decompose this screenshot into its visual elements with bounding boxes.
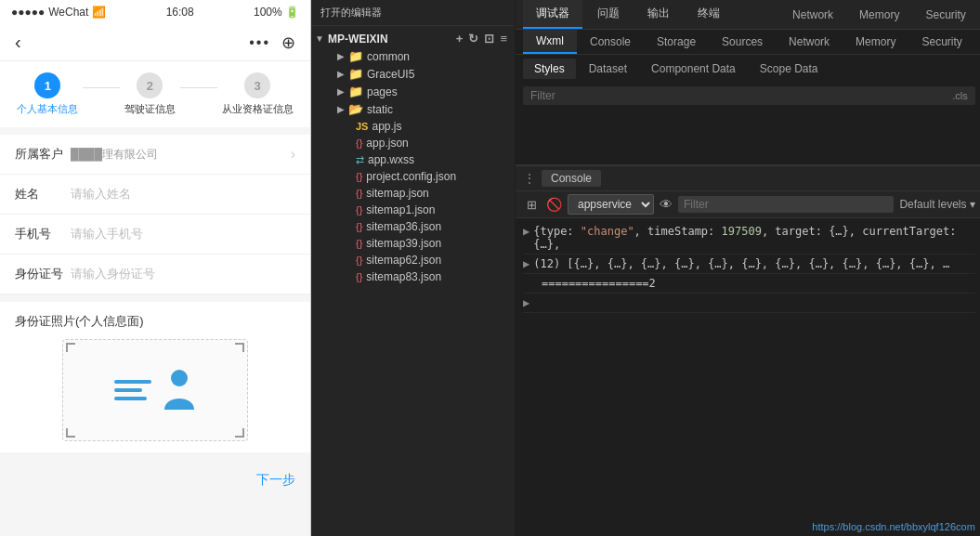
file-name-sitemap36: sitemap36.json bbox=[366, 220, 441, 233]
default-levels[interactable]: Default levels ▾ bbox=[899, 198, 974, 211]
console-filter-input[interactable] bbox=[678, 196, 894, 213]
id-input[interactable]: 请输入身份证号 bbox=[71, 266, 295, 282]
file-appwxss[interactable]: ⇄ app.wxss bbox=[311, 151, 515, 168]
nav-icons: ••• ⊕ bbox=[249, 33, 295, 53]
add-icon[interactable]: + bbox=[456, 32, 464, 46]
expand-icon-2[interactable]: ▶ bbox=[523, 257, 529, 270]
next-button[interactable]: 下一步 bbox=[256, 472, 295, 487]
id-photo-box[interactable] bbox=[62, 339, 248, 441]
folder-static[interactable]: ▶ 📂 static bbox=[311, 100, 515, 118]
folder-name-2: GraceUI5 bbox=[367, 68, 414, 81]
name-row: 姓名 请输入姓名 bbox=[0, 175, 310, 215]
styles-area: Styles Dataset Component Data Scope Data… bbox=[516, 55, 980, 165]
cls-button[interactable]: .cls bbox=[952, 90, 968, 101]
tab-network-2[interactable]: Network bbox=[776, 31, 843, 53]
tab-storage[interactable]: Storage bbox=[644, 31, 709, 53]
id-photo-section: 身份证照片(个人信息面) bbox=[0, 302, 310, 452]
styles-content bbox=[516, 109, 980, 164]
customer-label: 所属客户 bbox=[15, 146, 63, 163]
name-input[interactable]: 请输入姓名 bbox=[71, 186, 295, 203]
wifi-icon: 📶 bbox=[92, 6, 106, 19]
folder-icon-4: 📂 bbox=[348, 102, 363, 116]
file-sitemap62[interactable]: {} sitemap62.json bbox=[311, 252, 515, 268]
file-name-appjs: app.js bbox=[372, 120, 401, 133]
tab-security-2[interactable]: Security bbox=[908, 31, 974, 53]
phone-label: 手机号 bbox=[15, 226, 71, 242]
file-name-sitemap83: sitemap83.json bbox=[366, 270, 441, 283]
console-header: ⋮ Console bbox=[516, 166, 980, 191]
appservice-select[interactable]: appservice bbox=[568, 194, 654, 215]
header-label: 打开的编辑器 bbox=[320, 6, 382, 20]
tab-debugger[interactable]: 调试器 bbox=[523, 0, 582, 29]
filter-input[interactable] bbox=[530, 89, 952, 102]
folder-graceui5[interactable]: ▶ 📁 GraceUI5 bbox=[311, 65, 515, 83]
toolbar-grid-icon[interactable]: ⊞ bbox=[523, 196, 540, 213]
file-appjs[interactable]: JS app.js bbox=[311, 118, 515, 135]
expand-icon-4[interactable]: ▶ bbox=[523, 296, 529, 309]
devtools-main: Styles Dataset Component Data Scope Data… bbox=[516, 55, 980, 536]
console-text-1: {type: "change", timeStamp: 197509, targ… bbox=[533, 225, 975, 251]
js-icon: JS bbox=[356, 121, 368, 132]
tab-memory-2[interactable]: Memory bbox=[843, 31, 908, 53]
phone-input[interactable]: 请输入手机号 bbox=[71, 226, 295, 242]
tab-scope-data[interactable]: Scope Data bbox=[749, 59, 830, 79]
step-label-3: 从业资格证信息 bbox=[222, 102, 294, 116]
customer-row[interactable]: 所属客户 ████理有限公司 › bbox=[0, 135, 310, 175]
step-label-1: 个人基本信息 bbox=[17, 102, 78, 116]
file-appjson[interactable]: {} app.json bbox=[311, 135, 515, 151]
root-arrow: ▼ bbox=[315, 33, 324, 44]
phone-row: 手机号 请输入手机号 bbox=[0, 215, 310, 255]
customer-value: ████理有限公司 bbox=[71, 147, 291, 163]
tab-security[interactable]: Security bbox=[916, 3, 974, 27]
collapse-icon[interactable]: ⊡ bbox=[484, 32, 494, 46]
folder-common[interactable]: ▶ 📁 common bbox=[311, 47, 515, 65]
battery-icon: 🔋 bbox=[285, 6, 299, 19]
clock: 16:08 bbox=[166, 6, 194, 19]
expand-icon-1[interactable]: ▶ bbox=[523, 225, 529, 238]
folder-name: common bbox=[367, 50, 410, 63]
step-3: 3 从业资格证信息 bbox=[222, 72, 294, 116]
devtools-right-tabs: Network Memory Security bbox=[783, 3, 975, 27]
file-name-sitemap: sitemap.json bbox=[366, 187, 428, 200]
id-line-2 bbox=[114, 388, 142, 392]
form-section: 所属客户 ████理有限公司 › 姓名 请输入姓名 手机号 请输入手机号 身份证… bbox=[0, 135, 310, 294]
refresh-icon[interactable]: ↻ bbox=[468, 32, 478, 46]
file-name-sitemap1: sitemap1.json bbox=[366, 203, 435, 216]
action-icon[interactable]: ⊕ bbox=[281, 33, 295, 53]
devtools-panel: 调试器 问题 输出 终端 Network Memory Security Wxm… bbox=[516, 0, 980, 536]
tab-terminal[interactable]: 终端 bbox=[685, 0, 733, 29]
file-projectconfig[interactable]: {} project.config.json bbox=[311, 168, 515, 185]
file-tree-root[interactable]: ▼ MP-WEIXIN + ↻ ⊡ ≡ bbox=[311, 30, 515, 47]
file-sitemap39[interactable]: {} sitemap39.json bbox=[311, 235, 515, 252]
console-menu-icon[interactable]: ⋮ bbox=[523, 171, 536, 186]
tab-component-data[interactable]: Component Data bbox=[640, 59, 747, 79]
file-sitemap[interactable]: {} sitemap.json bbox=[311, 185, 515, 202]
menu-icon[interactable]: ≡ bbox=[500, 32, 507, 46]
toolbar-clear-icon[interactable]: 🚫 bbox=[545, 196, 562, 213]
filter-bar: .cls bbox=[523, 86, 975, 105]
back-button[interactable]: ‹ bbox=[15, 32, 21, 53]
file-panel: 打开的编辑器 ▼ MP-WEIXIN + ↻ ⊡ ≡ ▶ 📁 common ▶ … bbox=[311, 0, 516, 536]
tab-problems[interactable]: 问题 bbox=[584, 0, 633, 29]
console-text-3: ================2 bbox=[542, 277, 656, 290]
tab-styles[interactable]: Styles bbox=[523, 59, 576, 79]
tab-output[interactable]: 输出 bbox=[634, 0, 683, 29]
svg-point-0 bbox=[171, 370, 188, 386]
file-name-sitemap62: sitemap62.json bbox=[366, 254, 441, 267]
console-line-1: ▶ {type: "change", timeStamp: 197509, ta… bbox=[523, 222, 975, 255]
more-icon[interactable]: ••• bbox=[249, 34, 270, 51]
tab-memory[interactable]: Memory bbox=[850, 3, 908, 27]
console-text-2: (12) [{…}, {…}, {…}, {…}, {…}, {…}, {…},… bbox=[533, 257, 949, 270]
folder-arrow-4: ▶ bbox=[337, 104, 345, 114]
folder-pages[interactable]: ▶ 📁 pages bbox=[311, 83, 515, 100]
tab-dataset[interactable]: Dataset bbox=[578, 59, 638, 79]
file-sitemap83[interactable]: {} sitemap83.json bbox=[311, 268, 515, 285]
console-line-2: ▶ (12) [{…}, {…}, {…}, {…}, {…}, {…}, {…… bbox=[523, 255, 975, 274]
eye-icon[interactable]: 👁 bbox=[660, 197, 673, 212]
file-sitemap1[interactable]: {} sitemap1.json bbox=[311, 202, 515, 218]
tab-sources[interactable]: Sources bbox=[709, 31, 776, 53]
tab-network[interactable]: Network bbox=[783, 3, 843, 27]
file-sitemap36[interactable]: {} sitemap36.json bbox=[311, 218, 515, 235]
tab-wxml[interactable]: Wxml bbox=[523, 30, 577, 54]
tab-console-top[interactable]: Console bbox=[577, 31, 644, 53]
